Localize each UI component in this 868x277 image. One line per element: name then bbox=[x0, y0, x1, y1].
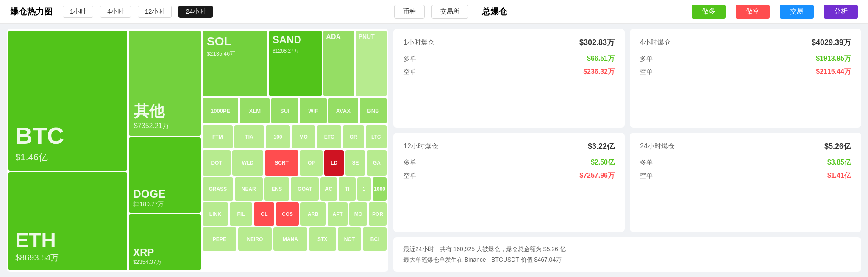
total-section-title: 总爆仓 bbox=[482, 6, 507, 17]
time-btn-4h[interactable]: 4小时 bbox=[100, 6, 131, 18]
cell-mana[interactable]: MANA bbox=[273, 227, 307, 251]
treemap-row-4: DOT WLD SCRT OP LD SE GA bbox=[203, 150, 387, 176]
stat-row-12h-long: 多单 $2.50亿 bbox=[403, 158, 615, 167]
cell-ac[interactable]: AC bbox=[320, 177, 337, 201]
stat-short-label-4h: 空单 bbox=[640, 68, 653, 76]
btc-value: $1.46亿 bbox=[15, 151, 120, 164]
cell-near[interactable]: NEAR bbox=[235, 177, 262, 201]
sand-symbol: SAND bbox=[273, 34, 319, 46]
doge-cell[interactable]: DOGE $3189.77万 bbox=[129, 137, 201, 213]
sand-value: $1268.27万 bbox=[273, 48, 319, 55]
filter-exchange-btn[interactable]: 交易所 bbox=[431, 5, 468, 19]
stat-card-12h: 12小时爆仓 $3.22亿 多单 $2.50亿 空单 $7257.96万 bbox=[393, 133, 625, 232]
stat-row-4h-short: 空单 $2115.44万 bbox=[640, 67, 851, 76]
sol-cell[interactable]: SOL $2135.46万 bbox=[203, 31, 267, 96]
cell-cos[interactable]: COS bbox=[276, 202, 299, 226]
cell-apt[interactable]: APT bbox=[328, 202, 348, 226]
stat-long-value-12h: $2.50亿 bbox=[591, 158, 615, 167]
cell-arb[interactable]: ARB bbox=[300, 202, 326, 226]
stat-total-24h: $5.26亿 bbox=[824, 141, 851, 151]
other-cell[interactable]: 其他 $7352.21万 bbox=[129, 31, 201, 136]
stat-card-1h: 1小时爆仓 $302.83万 多单 $66.51万 空单 $236.32万 bbox=[393, 29, 625, 128]
eth-cell[interactable]: ETH $8693.54万 bbox=[8, 172, 127, 270]
cell-op[interactable]: OP bbox=[300, 150, 323, 176]
sand-cell[interactable]: SAND $1268.27万 bbox=[269, 31, 322, 96]
cell-ga[interactable]: GA bbox=[367, 150, 387, 176]
time-btn-24h[interactable]: 24小时 bbox=[178, 6, 213, 18]
cell-por[interactable]: POR bbox=[369, 202, 387, 226]
stat-header-12h: 12小时爆仓 $3.22亿 bbox=[403, 141, 615, 151]
stat-short-label-12h: 空单 bbox=[403, 172, 416, 180]
btc-symbol: BTC bbox=[15, 124, 120, 148]
cell-1000t[interactable]: 1000 bbox=[373, 177, 387, 201]
notice-line-1: 最近24小时，共有 160,925 人被爆仓，爆仓总金额为 $5.26 亿 bbox=[403, 244, 851, 255]
short-button[interactable]: 做空 bbox=[736, 5, 770, 19]
cell-ltc[interactable]: LTC bbox=[366, 125, 387, 148]
pnut-cell[interactable]: PNUT bbox=[356, 31, 387, 96]
stat-card-4h: 4小时爆仓 $4029.39万 多单 $1913.95万 空单 $2115.44… bbox=[630, 29, 861, 128]
ada-cell[interactable]: ADA bbox=[323, 31, 354, 96]
cell-ol[interactable]: OL bbox=[254, 202, 274, 226]
cell-1[interactable]: 1 bbox=[357, 177, 371, 201]
header: 爆仓热力图 1小时 4小时 12小时 24小时 币种 交易所 总爆仓 做多 做空… bbox=[0, 0, 868, 24]
cell-or[interactable]: OR bbox=[343, 125, 364, 148]
stat-short-value-24h: $1.41亿 bbox=[827, 171, 851, 180]
stat-long-label-1h: 多单 bbox=[403, 55, 416, 63]
filter-coin-btn[interactable]: 币种 bbox=[394, 5, 425, 19]
cell-xlm[interactable]: XLM bbox=[240, 98, 270, 123]
stat-long-value-24h: $3.85亿 bbox=[827, 158, 851, 167]
cell-bnb[interactable]: BNB bbox=[360, 98, 387, 123]
cell-wld[interactable]: WLD bbox=[232, 150, 263, 176]
stat-row-4h-long: 多单 $1913.95万 bbox=[640, 54, 851, 63]
other-value: $7352.21万 bbox=[134, 122, 196, 131]
stat-short-value-12h: $7257.96万 bbox=[579, 171, 615, 180]
trade-button[interactable]: 交易 bbox=[780, 5, 814, 19]
eth-symbol: ETH bbox=[15, 229, 120, 252]
pnut-symbol: PNUT bbox=[359, 33, 384, 40]
stat-short-value-1h: $236.32万 bbox=[583, 67, 615, 76]
stat-header-4h: 4小时爆仓 $4029.39万 bbox=[640, 37, 851, 48]
cell-avax[interactable]: AVAX bbox=[328, 98, 358, 123]
cell-goat[interactable]: GOAT bbox=[291, 177, 318, 201]
main-content: BTC $1.46亿 ETH $8693.54万 其他 $7352.21万 DO… bbox=[0, 24, 868, 277]
cell-dot[interactable]: DOT bbox=[203, 150, 231, 176]
stat-row-1h-long: 多单 $66.51万 bbox=[403, 54, 615, 63]
cell-ti[interactable]: TI bbox=[339, 177, 355, 201]
cell-etc[interactable]: ETC bbox=[317, 125, 341, 148]
cell-mo[interactable]: MO bbox=[292, 125, 316, 148]
sol-value: $2135.46万 bbox=[207, 50, 263, 58]
long-button[interactable]: 做多 bbox=[692, 5, 726, 19]
time-btn-12h[interactable]: 12小时 bbox=[138, 6, 172, 18]
treemap-row-5: GRASS NEAR ENS GOAT AC TI 1 1000 bbox=[203, 177, 387, 201]
cell-ftm[interactable]: FTM bbox=[203, 125, 233, 148]
stat-total-12h: $3.22亿 bbox=[588, 141, 615, 151]
cell-mo2[interactable]: MO bbox=[349, 202, 367, 226]
cell-grass[interactable]: GRASS bbox=[203, 177, 233, 201]
cell-tia[interactable]: TIA bbox=[234, 125, 264, 148]
cell-sui[interactable]: SUI bbox=[271, 98, 298, 123]
cell-ld[interactable]: LD bbox=[324, 150, 344, 176]
xrp-cell[interactable]: XRP $2354.37万 bbox=[129, 214, 201, 270]
xrp-symbol: XRP bbox=[133, 246, 197, 258]
btc-cell[interactable]: BTC $1.46亿 bbox=[8, 31, 127, 171]
stat-total-4h: $4029.39万 bbox=[812, 37, 851, 48]
analysis-button[interactable]: 分析 bbox=[824, 5, 858, 19]
cell-se[interactable]: SE bbox=[345, 150, 365, 176]
cell-pepe[interactable]: PEPE bbox=[203, 227, 236, 251]
cell-bci[interactable]: BCI bbox=[363, 227, 387, 251]
cell-scrt[interactable]: SCRT bbox=[265, 150, 298, 176]
cell-stx[interactable]: STX bbox=[309, 227, 336, 251]
stat-period-24h: 24小时爆仓 bbox=[640, 142, 675, 151]
cell-1000pe[interactable]: 1000PE bbox=[203, 98, 238, 123]
stat-long-label-4h: 多单 bbox=[640, 55, 653, 63]
cell-not[interactable]: NOT bbox=[338, 227, 362, 251]
time-btn-1h[interactable]: 1小时 bbox=[63, 6, 93, 18]
cell-ens[interactable]: ENS bbox=[264, 177, 289, 201]
cell-wif[interactable]: WIF bbox=[300, 98, 327, 123]
cell-link[interactable]: LINK bbox=[203, 202, 228, 226]
stat-row-1h-short: 空单 $236.32万 bbox=[403, 67, 615, 76]
cell-100[interactable]: 100 bbox=[266, 125, 290, 148]
stat-period-4h: 4小时爆仓 bbox=[640, 38, 671, 47]
cell-fil[interactable]: FIL bbox=[230, 202, 253, 226]
cell-neiro[interactable]: NEIRO bbox=[238, 227, 272, 251]
